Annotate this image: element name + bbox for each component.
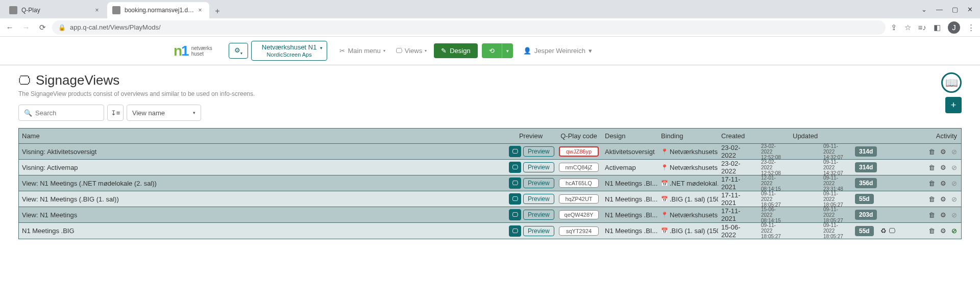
views-link[interactable]: 🖵 Views ▾ bbox=[393, 45, 430, 57]
qplay-code-button[interactable]: nmCQ84jZ bbox=[559, 163, 599, 172]
search-box[interactable]: 🔍 bbox=[18, 105, 104, 121]
cell-extra: ♻ 🖵 bbox=[877, 227, 902, 235]
tab-title: booking.normansvej1.dk - Displa bbox=[125, 7, 196, 14]
preview-button[interactable]: Preview bbox=[523, 162, 554, 172]
status-icon[interactable]: ⊘ bbox=[951, 195, 957, 203]
cell-preview: 🖵Preview bbox=[506, 225, 556, 237]
qplay-code-button[interactable]: sqYT2924 bbox=[559, 226, 599, 236]
back-icon[interactable]: ← bbox=[5, 23, 14, 32]
binding-icon: 📍 bbox=[661, 148, 668, 155]
sort-select[interactable]: View name ▾ bbox=[127, 105, 201, 121]
table-row: Visning: Activemap🖵PreviewnmCQ84jZActive… bbox=[19, 160, 961, 175]
chevron-down-icon: ▾ bbox=[425, 48, 427, 53]
refresh-dropdown[interactable]: ▾ bbox=[502, 43, 513, 58]
preview-icon-button[interactable]: 🖵 bbox=[509, 193, 521, 205]
gear-icon[interactable]: ⚙ bbox=[940, 227, 946, 235]
refresh-button[interactable]: ⟲ bbox=[482, 43, 502, 58]
delete-icon[interactable]: 🗑 bbox=[928, 180, 935, 187]
table-body: Visning: Aktivitetsoversigt🖵PreviewqwJZ8… bbox=[19, 144, 961, 239]
cell-binding: 📅.BIG (1. sal) (150) bbox=[658, 195, 718, 203]
qplay-code-button[interactable]: qwJZ86yp bbox=[559, 146, 599, 157]
delete-icon[interactable]: 🗑 bbox=[928, 227, 935, 235]
cell-created: 23-02-2022 bbox=[718, 144, 758, 159]
preview-icon-button[interactable]: 🖵 bbox=[509, 162, 521, 173]
status-icon[interactable]: ⊘ bbox=[951, 148, 957, 156]
close-window-icon[interactable]: ✕ bbox=[967, 6, 973, 13]
forward-icon[interactable]: → bbox=[21, 23, 31, 32]
menu-icon[interactable]: ⋮ bbox=[967, 23, 975, 32]
gear-icon[interactable]: ⚙ bbox=[940, 195, 946, 203]
cell-design: N1 Meetings .BI... bbox=[602, 211, 658, 219]
url-field[interactable]: 🔒 app.q-cal.net/Views/PlayMods/ bbox=[52, 20, 886, 35]
preview-icon-button[interactable]: 🖵 bbox=[509, 146, 521, 157]
playlist-icon[interactable]: ≡♪ bbox=[918, 23, 926, 32]
cell-preview: 🖵Preview bbox=[506, 193, 556, 205]
cell-created: 17-11-2021 bbox=[718, 191, 758, 207]
delete-icon[interactable]: 🗑 bbox=[928, 164, 935, 171]
preview-icon-button[interactable]: 🖵 bbox=[509, 178, 521, 189]
minimize-icon[interactable]: — bbox=[936, 6, 943, 13]
cell-badge: 55d bbox=[852, 226, 877, 236]
age-badge: 55d bbox=[855, 194, 874, 204]
logo-mark: n1 bbox=[174, 43, 188, 59]
toolbar-right: ⇪ ☆ ≡♪ ◧ J ⋮ bbox=[891, 21, 975, 34]
design-button[interactable]: ✎ Design bbox=[434, 43, 477, 58]
cell-actions: 🗑⚙⊘ bbox=[902, 211, 961, 219]
nav-icons: ← → ⟳ bbox=[5, 23, 47, 32]
preview-button[interactable]: Preview bbox=[523, 194, 554, 204]
browser-tab[interactable]: Q-Play × bbox=[4, 2, 106, 18]
main-menu-link[interactable]: ✂ Main menu ▾ bbox=[336, 45, 388, 57]
preview-button[interactable]: Preview bbox=[523, 210, 554, 220]
star-icon[interactable]: ☆ bbox=[904, 23, 911, 32]
help-button[interactable]: 📖 bbox=[941, 72, 962, 93]
qplay-code-button[interactable]: hcAT65LQ bbox=[559, 179, 599, 188]
sidepanel-icon[interactable]: ◧ bbox=[934, 23, 941, 32]
preview-button[interactable]: Preview bbox=[523, 226, 554, 236]
lock-icon: 🔒 bbox=[58, 24, 66, 31]
search-input[interactable] bbox=[35, 109, 99, 117]
cell-design: N1 Meetings .BI... bbox=[602, 227, 658, 235]
settings-button[interactable]: ⚙▾ bbox=[229, 43, 248, 59]
gear-icon[interactable]: ⚙ bbox=[940, 148, 946, 156]
col-binding: Binding bbox=[658, 132, 718, 140]
address-bar: ← → ⟳ 🔒 app.q-cal.net/Views/PlayMods/ ⇪ … bbox=[0, 18, 980, 37]
qplay-code-button[interactable]: hqZP42UT bbox=[559, 194, 599, 204]
chevron-down-icon: ▾ bbox=[383, 48, 385, 53]
org-selector[interactable]: Netværkshuset N1 NordicScreen Aps ▾ bbox=[251, 41, 328, 61]
preview-icon-button[interactable]: 🖵 bbox=[509, 225, 521, 237]
preview-button[interactable]: Preview bbox=[523, 178, 554, 188]
preview-icon-button[interactable]: 🖵 bbox=[509, 209, 521, 220]
sort-button[interactable]: ↧≡ bbox=[107, 105, 124, 121]
cell-design: N1 Meetings .BI... bbox=[602, 180, 658, 187]
status-icon[interactable]: ⊘ bbox=[951, 211, 957, 219]
gear-icon[interactable]: ⚙ bbox=[940, 211, 946, 219]
user-menu[interactable]: 👤 Jesper Weinreich ▾ bbox=[523, 47, 592, 55]
preview-button[interactable]: Preview bbox=[523, 146, 554, 157]
status-icon[interactable]: ⊘ bbox=[951, 227, 957, 235]
cell-preview: 🖵Preview bbox=[506, 178, 556, 189]
delete-icon[interactable]: 🗑 bbox=[928, 211, 935, 219]
new-tab-button[interactable]: + bbox=[210, 4, 225, 18]
profile-avatar[interactable]: J bbox=[948, 21, 960, 34]
chevron-down-icon[interactable]: ⌄ bbox=[921, 6, 927, 13]
cell-name: View: N1 Meetings bbox=[19, 211, 506, 219]
status-icon[interactable]: ⊘ bbox=[951, 180, 957, 187]
reload-icon[interactable]: ⟳ bbox=[38, 23, 47, 32]
qplay-code-button[interactable]: qeQW428Y bbox=[559, 210, 599, 219]
status-icon[interactable]: ⊘ bbox=[951, 164, 957, 171]
add-button[interactable]: + bbox=[945, 97, 962, 113]
close-icon[interactable]: × bbox=[93, 7, 101, 14]
binding-icon: 📍 bbox=[661, 212, 668, 218]
cell-binding: 📍Netværkshusets... bbox=[658, 211, 718, 219]
maximize-icon[interactable]: ▢ bbox=[952, 6, 958, 13]
plus-icon: + bbox=[951, 100, 957, 111]
share-icon[interactable]: ⇪ bbox=[891, 23, 897, 32]
browser-tab-active[interactable]: booking.normansvej1.dk - Displa × bbox=[107, 2, 209, 18]
delete-icon[interactable]: 🗑 bbox=[928, 195, 935, 203]
gear-icon[interactable]: ⚙ bbox=[940, 164, 946, 171]
close-icon[interactable]: × bbox=[196, 7, 204, 14]
delete-icon[interactable]: 🗑 bbox=[928, 148, 935, 156]
cell-binding: 📍Netværkshusets... bbox=[658, 164, 718, 171]
col-updated: Updated bbox=[790, 132, 820, 140]
gear-icon[interactable]: ⚙ bbox=[940, 180, 946, 187]
